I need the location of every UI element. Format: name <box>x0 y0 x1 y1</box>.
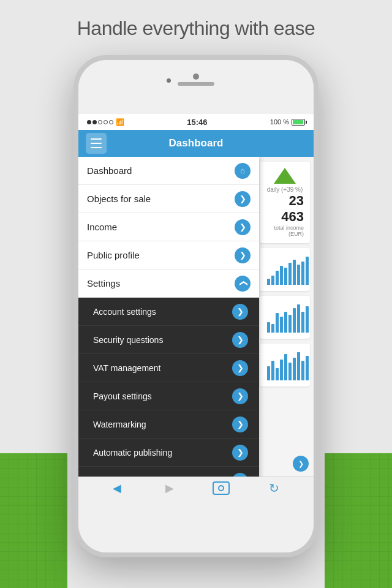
stat-daily-label: daily (+39 %) <box>266 186 304 193</box>
expand-button[interactable]: ❯ <box>293 456 309 472</box>
speaker-grille <box>178 82 214 86</box>
menu-item-profile[interactable]: Public profile ❯ <box>78 241 259 270</box>
phone-bottom <box>78 499 314 552</box>
submenu-chevron-2: ❯ <box>237 335 244 344</box>
chart-bar <box>301 262 304 285</box>
hamburger-menu-button[interactable] <box>86 133 107 154</box>
status-time: 15:46 <box>187 118 207 127</box>
menu-item-dashboard-label: Dashboard <box>87 165 132 176</box>
signal-dot-2 <box>92 120 97 124</box>
battery-fill <box>293 120 303 124</box>
chart-card-3 <box>260 344 310 386</box>
browser-bar: ◀ ▶ ↻ <box>78 477 314 499</box>
submenu-chevron-3: ❯ <box>237 363 244 372</box>
submenu-payout-label: Payout settings <box>93 391 152 401</box>
submenu-arrow-payout: ❯ <box>232 388 248 404</box>
chart-bar <box>293 308 296 333</box>
chart-bar <box>280 360 283 381</box>
chart-bar <box>284 268 287 285</box>
stat-income-sub: total income (EUR) <box>266 225 304 237</box>
chart-card-1 <box>260 248 310 291</box>
nav-title: Dashboard <box>169 137 224 149</box>
submenu-item-vat[interactable]: VAT management ❯ <box>78 354 259 382</box>
forward-button[interactable]: ▶ <box>160 479 179 497</box>
home-icon: ⌂ <box>240 166 245 175</box>
content-area: Dashboard ⌂ Objects for sale ❯ Income <box>78 157 314 477</box>
chart-bar <box>276 313 279 333</box>
status-battery: 100 % <box>270 118 305 126</box>
wifi-icon: 📶 <box>116 118 124 126</box>
signal-dots <box>87 120 113 124</box>
phone-frame: 📶 15:46 100 % Dashboard <box>74 55 318 557</box>
chart-bar <box>293 260 296 285</box>
hamburger-line-3 <box>91 147 102 148</box>
menu-item-profile-label: Public profile <box>87 250 140 260</box>
camera-button[interactable] <box>213 481 230 495</box>
battery-percent: 100 % <box>270 118 289 126</box>
chevron-right-icon: ❯ <box>239 194 246 203</box>
chart-bar <box>288 363 292 380</box>
chart-bar <box>280 266 283 285</box>
submenu-item-watermarking[interactable]: Watermarking ❯ <box>78 410 259 439</box>
dashboard-panel: daily (+39 %) 23 463 total income (EUR) … <box>256 157 314 477</box>
submenu-arrow-autopublish: ❯ <box>232 445 248 461</box>
refresh-button[interactable]: ↻ <box>264 478 284 498</box>
menu-item-dashboard[interactable]: Dashboard ⌂ <box>78 157 259 185</box>
bg-decoration-right <box>325 453 392 588</box>
nav-bar: Dashboard <box>78 130 314 157</box>
submenu-item-account-settings[interactable]: Account settings ❯ <box>78 298 259 326</box>
menu-arrow-dashboard: ⌂ <box>235 163 251 179</box>
menu-item-income[interactable]: Income ❯ <box>78 213 259 241</box>
stat-card-income: daily (+39 %) 23 463 total income (EUR) … <box>260 162 310 243</box>
battery-icon <box>292 119 305 126</box>
submenu-chevron-6: ❯ <box>237 448 244 457</box>
camera-lens-icon <box>218 485 224 491</box>
menu-arrow-objects: ❯ <box>235 191 251 207</box>
trend-up-arrow <box>274 168 296 184</box>
back-button[interactable]: ◀ <box>108 479 126 497</box>
submenu-item-devices[interactable]: Connected devices ❯ <box>78 467 259 477</box>
chart-card-2 <box>260 296 310 339</box>
chart-bar <box>297 352 300 380</box>
chevron-right-icon-2: ❯ <box>239 222 246 232</box>
chart-bar <box>271 361 274 380</box>
submenu-item-security[interactable]: Security questions ❯ <box>78 326 259 354</box>
submenu-arrow-vat: ❯ <box>232 360 248 376</box>
menu-item-settings-label: Settings <box>87 278 120 288</box>
submenu-arrow-watermarking: ❯ <box>232 417 248 432</box>
chart-bar <box>271 276 274 285</box>
submenu-arrow-devices: ❯ <box>232 473 248 477</box>
tagline: Handle everything with ease <box>0 17 392 40</box>
chart-bar <box>267 279 270 285</box>
stat-income-value: 23 463 <box>266 193 304 225</box>
chart-bar <box>284 354 287 380</box>
menu-arrow-profile: ❯ <box>235 247 251 263</box>
submenu-chevron-5: ❯ <box>237 420 244 429</box>
hamburger-line-1 <box>91 138 102 140</box>
submenu-account-settings-label: Account settings <box>93 307 156 317</box>
status-signal: 📶 <box>87 118 124 126</box>
submenu-arrow-security: ❯ <box>232 332 248 348</box>
phone-screen: 📶 15:46 100 % Dashboard <box>78 114 314 499</box>
front-camera <box>167 78 171 83</box>
submenu-vat-label: VAT management <box>93 363 161 373</box>
submenu-item-autopublish[interactable]: Automatic publishing ❯ <box>78 439 259 467</box>
signal-dot-1 <box>87 120 91 124</box>
phone-top <box>78 60 314 114</box>
chevron-up-icon: ❯ <box>238 280 247 287</box>
mini-chart-3 <box>266 350 304 380</box>
menu-item-objects[interactable]: Objects for sale ❯ <box>78 185 259 213</box>
signal-dot-4 <box>104 120 108 124</box>
menu-item-income-label: Income <box>87 222 117 232</box>
mini-chart-2 <box>266 302 304 333</box>
chart-bar <box>297 265 300 285</box>
submenu-item-payout[interactable]: Payout settings ❯ <box>78 382 259 410</box>
proximity-sensor <box>193 74 199 80</box>
menu-arrow-income: ❯ <box>235 219 251 235</box>
submenu-devices-label: Connected devices <box>93 476 166 477</box>
menu-item-settings[interactable]: Settings ❯ <box>78 270 259 298</box>
chart-bar <box>280 317 283 333</box>
chart-bar <box>293 358 296 380</box>
mini-chart-1 <box>266 254 304 285</box>
chart-bar <box>306 306 309 333</box>
